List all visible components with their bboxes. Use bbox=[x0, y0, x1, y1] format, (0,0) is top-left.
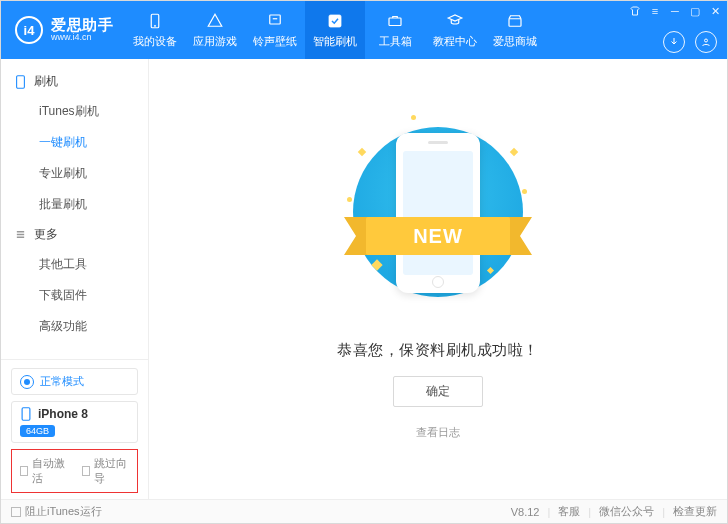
skin-icon[interactable] bbox=[629, 5, 641, 17]
nav-flash[interactable]: 智能刷机 bbox=[305, 1, 365, 59]
device-icon bbox=[20, 407, 32, 421]
app-site: www.i4.cn bbox=[51, 33, 113, 43]
svg-rect-8 bbox=[22, 408, 30, 420]
app-window: i4 爱思助手 www.i4.cn 我的设备 应用游戏 铃声壁纸 智能刷机 bbox=[0, 0, 728, 524]
checkbox-block-itunes[interactable]: 阻止iTunes运行 bbox=[11, 504, 102, 519]
body: 刷机 iTunes刷机 一键刷机 专业刷机 批量刷机 更多 其他工具 下载固件 … bbox=[1, 59, 727, 499]
sidebar-item-oneclick[interactable]: 一键刷机 bbox=[1, 127, 148, 158]
svg-point-6 bbox=[705, 39, 708, 42]
menu-icon[interactable]: ≡ bbox=[649, 5, 661, 17]
nav-label: 爱思商城 bbox=[493, 34, 537, 49]
checkbox-label: 自动激活 bbox=[32, 456, 67, 486]
window-controls: ≡ ─ ▢ ✕ bbox=[629, 5, 721, 17]
logo-text: 爱思助手 www.i4.cn bbox=[51, 17, 113, 43]
nav-ringtone[interactable]: 铃声壁纸 bbox=[245, 1, 305, 59]
nav-label: 工具箱 bbox=[379, 34, 412, 49]
svg-rect-2 bbox=[270, 15, 281, 24]
maximize-icon[interactable]: ▢ bbox=[689, 5, 701, 17]
store-icon bbox=[506, 12, 524, 30]
flash-options: 自动激活 跳过向导 bbox=[11, 449, 138, 493]
success-illustration: NEW bbox=[323, 105, 553, 305]
nav-apps[interactable]: 应用游戏 bbox=[185, 1, 245, 59]
section-title: 更多 bbox=[34, 226, 58, 243]
minimize-icon[interactable]: ─ bbox=[669, 5, 681, 17]
tutorial-icon bbox=[446, 12, 464, 30]
checkbox-skip-guide[interactable]: 跳过向导 bbox=[82, 456, 130, 486]
sidebar-section-more[interactable]: 更多 bbox=[1, 220, 148, 249]
flash-icon bbox=[326, 12, 344, 30]
device-icon bbox=[146, 12, 164, 30]
checkbox-label: 跳过向导 bbox=[94, 456, 129, 486]
update-link[interactable]: 检查更新 bbox=[673, 504, 717, 519]
more-icon bbox=[15, 229, 26, 240]
section-title: 刷机 bbox=[34, 73, 58, 90]
mode-dot-icon bbox=[20, 375, 34, 389]
svg-rect-4 bbox=[389, 18, 401, 26]
logo-icon: i4 bbox=[15, 16, 43, 44]
nav-tutorial[interactable]: 教程中心 bbox=[425, 1, 485, 59]
wechat-link[interactable]: 微信公众号 bbox=[599, 504, 654, 519]
device-card[interactable]: iPhone 8 64GB bbox=[11, 401, 138, 443]
footer: 阻止iTunes运行 V8.12 | 客服 | 微信公众号 | 检查更新 bbox=[1, 499, 727, 523]
nav-store[interactable]: 爱思商城 bbox=[485, 1, 545, 59]
support-link[interactable]: 客服 bbox=[558, 504, 580, 519]
version-label: V8.12 bbox=[511, 506, 540, 518]
nav-my-device[interactable]: 我的设备 bbox=[125, 1, 185, 59]
sidebar-bottom: 正常模式 iPhone 8 64GB 自动激活 bbox=[1, 359, 148, 499]
sidebar-item-advanced[interactable]: 高级功能 bbox=[1, 311, 148, 342]
ribbon-text: NEW bbox=[366, 217, 510, 255]
sidebar-item-itunes[interactable]: iTunes刷机 bbox=[1, 96, 148, 127]
mode-indicator[interactable]: 正常模式 bbox=[11, 368, 138, 395]
main-panel: NEW 恭喜您，保资料刷机成功啦！ 确定 查看日志 bbox=[149, 59, 727, 499]
checkbox-label: 阻止iTunes运行 bbox=[25, 504, 102, 519]
nav-label: 应用游戏 bbox=[193, 34, 237, 49]
sidebar-section-flash[interactable]: 刷机 bbox=[1, 67, 148, 96]
sidebar-scroll: 刷机 iTunes刷机 一键刷机 专业刷机 批量刷机 更多 其他工具 下载固件 … bbox=[1, 59, 148, 359]
logo[interactable]: i4 爱思助手 www.i4.cn bbox=[1, 16, 125, 44]
close-icon[interactable]: ✕ bbox=[709, 5, 721, 17]
checkbox-icon bbox=[20, 466, 28, 476]
nav-label: 我的设备 bbox=[133, 34, 177, 49]
sidebar-item-batch[interactable]: 批量刷机 bbox=[1, 189, 148, 220]
device-name: iPhone 8 bbox=[38, 407, 88, 421]
svg-point-1 bbox=[154, 25, 155, 26]
header: i4 爱思助手 www.i4.cn 我的设备 应用游戏 铃声壁纸 智能刷机 bbox=[1, 1, 727, 59]
checkbox-auto-activate[interactable]: 自动激活 bbox=[20, 456, 68, 486]
svg-rect-5 bbox=[509, 18, 521, 26]
mode-label: 正常模式 bbox=[40, 374, 84, 389]
ringtone-icon bbox=[266, 12, 284, 30]
phone-icon bbox=[15, 76, 26, 87]
svg-rect-3 bbox=[329, 15, 341, 27]
svg-rect-7 bbox=[17, 75, 25, 87]
sidebar-item-pro[interactable]: 专业刷机 bbox=[1, 158, 148, 189]
sidebar-item-othertools[interactable]: 其他工具 bbox=[1, 249, 148, 280]
download-button[interactable] bbox=[663, 31, 685, 53]
view-log-link[interactable]: 查看日志 bbox=[416, 425, 460, 440]
top-nav: 我的设备 应用游戏 铃声壁纸 智能刷机 工具箱 教程中心 bbox=[125, 1, 545, 59]
nav-label: 教程中心 bbox=[433, 34, 477, 49]
success-message: 恭喜您，保资料刷机成功啦！ bbox=[337, 341, 539, 360]
checkbox-icon bbox=[11, 507, 21, 517]
toolbox-icon bbox=[386, 12, 404, 30]
checkbox-icon bbox=[82, 466, 90, 476]
user-button[interactable] bbox=[695, 31, 717, 53]
new-ribbon: NEW bbox=[344, 213, 532, 259]
header-right-buttons bbox=[663, 31, 717, 53]
apps-icon bbox=[206, 12, 224, 30]
nav-label: 智能刷机 bbox=[313, 34, 357, 49]
app-name: 爱思助手 bbox=[51, 17, 113, 34]
nav-toolbox[interactable]: 工具箱 bbox=[365, 1, 425, 59]
ok-button[interactable]: 确定 bbox=[393, 376, 483, 407]
device-capacity: 64GB bbox=[20, 425, 55, 437]
sidebar: 刷机 iTunes刷机 一键刷机 专业刷机 批量刷机 更多 其他工具 下载固件 … bbox=[1, 59, 149, 499]
sidebar-item-download-firmware[interactable]: 下载固件 bbox=[1, 280, 148, 311]
nav-label: 铃声壁纸 bbox=[253, 34, 297, 49]
